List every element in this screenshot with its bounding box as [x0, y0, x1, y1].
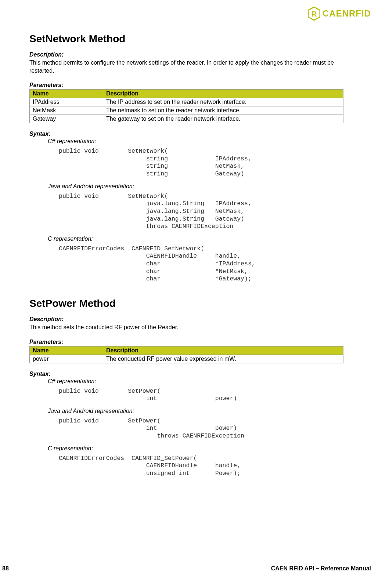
java-code: public void SetNetwork( java.lang.String…: [59, 193, 343, 231]
table-header-desc: Description: [103, 90, 343, 98]
param-name: power: [30, 355, 103, 363]
description-label: Description:: [29, 51, 343, 58]
parameters-table: Name Description IPAddress The IP addres…: [29, 89, 343, 123]
syntax-label: Syntax:: [29, 371, 343, 377]
table-row: IPAddress The IP address to set on the r…: [30, 98, 343, 106]
page-footer: 88 CAEN RFID API – Reference Manual: [0, 565, 371, 572]
param-desc: The gateway to set on the reader network…: [103, 115, 343, 123]
brand-logo: R CAENRFID: [308, 7, 371, 21]
java-label: Java and Android representation:: [48, 408, 343, 414]
c-label: C representation:: [48, 236, 343, 242]
table-header-name: Name: [30, 346, 103, 355]
c-label: C representation:: [48, 445, 343, 452]
description-label: Description:: [29, 316, 343, 323]
param-name: NetMask: [30, 106, 103, 115]
footer-title: CAEN RFID API – Reference Manual: [271, 565, 371, 572]
csharp-code: public void SetNetwork( string IPAddress…: [59, 148, 343, 178]
hexagon-r-icon: R: [308, 7, 320, 21]
parameters-label: Parameters:: [29, 82, 343, 88]
c-code: CAENRFIDErrorCodes CAENRFID_SetNetwork( …: [59, 245, 343, 283]
section-setpower: SetPower Method Description: This method…: [29, 298, 343, 478]
java-code: public void SetPower( int power) throws …: [59, 417, 343, 440]
csharp-label: C# representation:: [48, 138, 343, 145]
method-title: SetPower Method: [29, 298, 343, 309]
section-setnetwork: SetNetwork Method Description: This meth…: [29, 33, 343, 283]
table-header-desc: Description: [103, 346, 343, 355]
description-text: This method permits to configure the net…: [29, 59, 343, 75]
table-row: power The conducted RF power value expre…: [30, 355, 343, 363]
c-code: CAENRFIDErrorCodes CAENRFID_SetPower( CA…: [59, 455, 343, 478]
description-text: This method sets the conducted RF power …: [29, 323, 343, 331]
method-title: SetNetwork Method: [29, 33, 343, 45]
table-row: Gateway The gateway to set on the reader…: [30, 115, 343, 123]
param-name: IPAddress: [30, 98, 103, 106]
param-name: Gateway: [30, 115, 103, 123]
csharp-code: public void SetPower( int power): [59, 388, 343, 403]
csharp-label: C# representation:: [48, 378, 343, 385]
param-desc: The IP address to set on the reader netw…: [103, 98, 343, 106]
page-number: 88: [0, 565, 9, 572]
param-desc: The conducted RF power value expressed i…: [103, 355, 343, 363]
java-label: Java and Android representation:: [48, 183, 343, 190]
table-header-name: Name: [30, 90, 103, 98]
parameters-label: Parameters:: [29, 339, 343, 345]
param-desc: The netmask to set on the reader network…: [103, 106, 343, 115]
syntax-label: Syntax:: [29, 131, 343, 137]
logo-text: CAENRFID: [323, 8, 371, 19]
table-row: NetMask The netmask to set on the reader…: [30, 106, 343, 115]
svg-text:R: R: [311, 10, 317, 18]
parameters-table: Name Description power The conducted RF …: [29, 346, 343, 363]
